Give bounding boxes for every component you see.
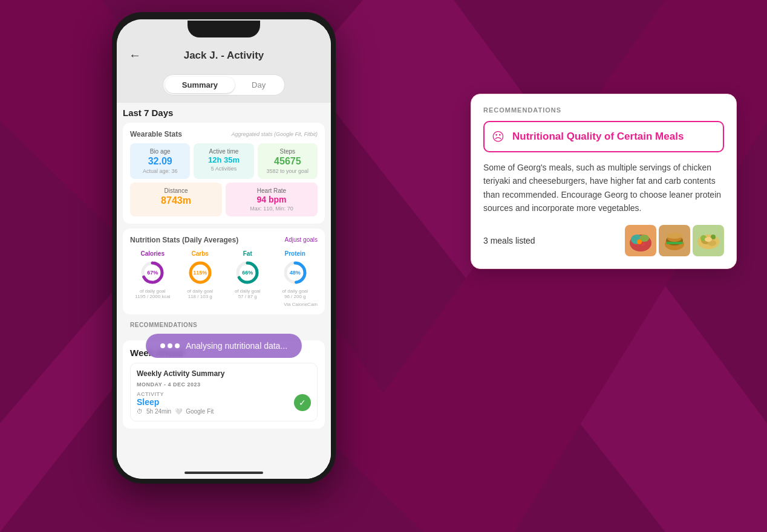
loading-overlay: Analysing nutritional data... — [146, 334, 302, 358]
nutrition-carbs: Carbs 115% of daily goal 118 / 103 g — [178, 250, 223, 299]
stats-grid-top: Bio age 32.09 Actual age: 36 Active time… — [130, 143, 318, 179]
meal-image-1 — [625, 225, 656, 256]
loading-text: Analysing nutritional data... — [186, 341, 287, 351]
activity-row: ACTIVITY Sleep ⏱ 5h 24min 🤍 Google Fit — [137, 391, 311, 415]
calories-donut: 67% — [139, 259, 166, 286]
svg-rect-22 — [666, 242, 683, 244]
stat-distance: Distance 8743m — [130, 183, 222, 216]
section-last7days-title: Last 7 Days — [123, 108, 325, 118]
wearable-stats-section: Wearable Stats Aggregated stats (Google … — [123, 123, 325, 224]
nutrition-stats-label: Nutrition Stats (Daily Averages) — [130, 236, 238, 244]
activity-complete-icon: ✓ — [294, 394, 311, 411]
phone-notch — [188, 21, 260, 37]
phone-screen: ← Jack J. - Activity Summary Day Last 7 … — [117, 19, 331, 479]
recommendations-section-label: RECOMMENDATIONS — [117, 319, 331, 336]
stats-grid-bottom: Distance 8743m Heart Rate 94 bpm Max: 11… — [130, 183, 318, 216]
calorie-tracker-note: Via CalorieCam — [130, 302, 318, 307]
phone-content: ← Jack J. - Activity Summary Day Last 7 … — [117, 19, 331, 479]
adjust-goals-button[interactable]: Adjust goals — [285, 236, 318, 243]
tab-summary[interactable]: Summary — [165, 77, 235, 93]
activity-duration: 5h 24min — [146, 408, 171, 415]
nutrition-protein: Protein 48% of daily goal 96 / 200 g — [273, 250, 318, 299]
activity-source: Google Fit — [186, 408, 214, 415]
nutrition-fat: Fat 66% of daily goal 57 / 87 g — [225, 250, 270, 299]
stat-active-time: Active time 12h 35m 5 Activities — [194, 143, 253, 179]
loading-dots — [160, 343, 180, 348]
dot-3 — [175, 343, 180, 348]
dot-1 — [160, 343, 165, 348]
stat-bio-age: Bio age 32.09 Actual age: 36 — [130, 143, 190, 179]
svg-point-15 — [637, 239, 642, 244]
wearable-stats-label: Wearable Stats — [130, 130, 182, 138]
home-indicator — [184, 472, 263, 474]
rec-card-body: Some of Georg's meals, such as multiple … — [483, 161, 724, 215]
nutrition-grid: Calories 67% of daily goal 1195 / 20 — [130, 250, 318, 299]
meals-count: 3 meals listed — [483, 236, 535, 245]
rec-card-footer: 3 meals listed — [483, 225, 724, 256]
svg-point-21 — [667, 233, 682, 239]
meal-images — [625, 225, 724, 256]
protein-donut: 48% — [282, 259, 308, 286]
aggregated-note: Aggregated stats (Google Fit, Fitbit) — [231, 131, 318, 137]
phone-device: ← Jack J. - Activity Summary Day Last 7 … — [112, 12, 336, 520]
rec-card-title: Nutritional Quality of Certain Meals — [512, 131, 684, 143]
tabs-container: Summary Day — [117, 70, 331, 103]
meal-image-3 — [693, 225, 724, 256]
weekly-summary-title: Weekly Activity Summary — [137, 369, 311, 378]
tab-group: Summary Day — [163, 74, 285, 96]
warning-icon: ☹ — [492, 129, 506, 144]
day-label: MONDAY - 4 DEC 2023 — [137, 381, 311, 388]
meal-image-2 — [659, 225, 690, 256]
dot-2 — [168, 343, 172, 348]
rec-card-title-row: ☹ Nutritional Quality of Certain Meals — [483, 121, 724, 152]
weekly-summary-card: Weekly Activity Summary MONDAY - 4 DEC 2… — [130, 363, 318, 421]
carbs-donut: 115% — [187, 259, 214, 286]
nutrition-calories: Calories 67% of daily goal 1195 / 20 — [130, 250, 175, 299]
stat-steps: Steps 45675 3582 to your goal — [258, 143, 318, 179]
tab-day[interactable]: Day — [235, 77, 282, 93]
page-title: Jack J. - Activity — [147, 50, 301, 62]
activity-name: Sleep — [137, 397, 294, 407]
activity-meta: ⏱ 5h 24min 🤍 Google Fit — [137, 408, 294, 415]
svg-point-16 — [641, 242, 645, 246]
scroll-content[interactable]: Last 7 Days Wearable Stats Aggregated st… — [117, 103, 331, 479]
stat-heart-rate: Heart Rate 94 bpm Max: 110, Min: 70 — [226, 183, 318, 216]
fat-donut: 66% — [234, 259, 261, 286]
back-button[interactable]: ← — [129, 48, 141, 62]
recommendation-card: RECOMMENDATIONS ☹ Nutritional Quality of… — [471, 94, 737, 269]
activity-type-label: ACTIVITY — [137, 391, 294, 397]
rec-card-header: RECOMMENDATIONS — [483, 106, 724, 114]
phone-frame: ← Jack J. - Activity Summary Day Last 7 … — [112, 12, 336, 484]
svg-point-29 — [705, 237, 712, 242]
nutrition-stats-section: Nutrition Stats (Daily Averages) Adjust … — [123, 229, 325, 314]
